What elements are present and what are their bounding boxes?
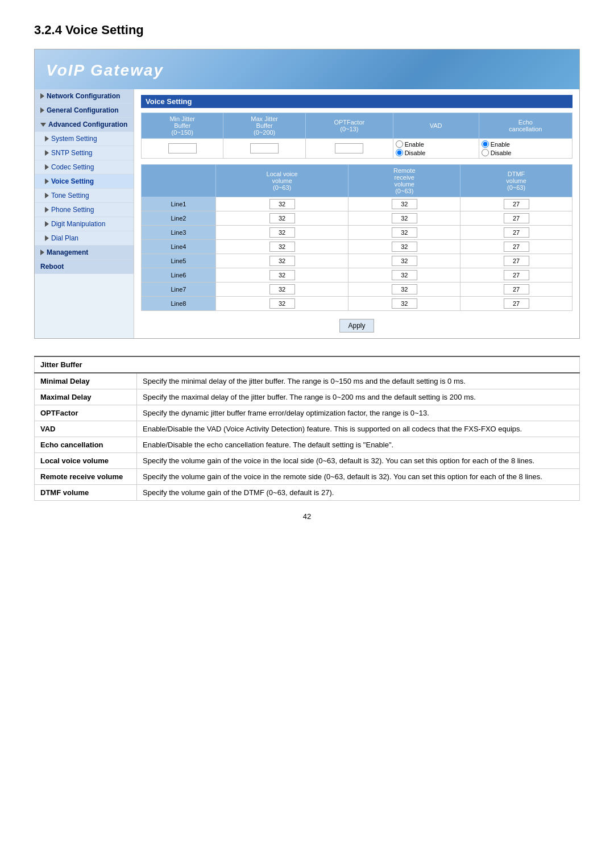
list-item: VAD Enable/Disable the VAD (Voice Activi… xyxy=(35,421,580,437)
dtmf-volume-input[interactable] xyxy=(504,242,529,252)
sidebar: Network Configuration General Configurat… xyxy=(35,89,134,338)
remote-volume-cell xyxy=(349,211,460,226)
vad-enable-radio[interactable] xyxy=(396,140,403,148)
sidebar-item-sntp[interactable]: SNTP Setting xyxy=(35,146,134,160)
sidebar-item-label: Management xyxy=(47,248,88,256)
dtmf-volume-input[interactable] xyxy=(504,213,529,223)
remote-volume-cell xyxy=(349,254,460,268)
triangle-icon xyxy=(45,235,49,241)
echo-enable-text: Enable xyxy=(491,141,510,148)
max-jitter-input[interactable]: 200 xyxy=(250,143,279,153)
echo-enable-label[interactable]: Enable xyxy=(482,140,510,148)
remote-volume-cell xyxy=(349,226,460,240)
local-volume-input[interactable] xyxy=(269,256,295,266)
table-row: Line6 xyxy=(142,268,572,283)
echo-disable-label[interactable]: Disable xyxy=(482,149,512,156)
sidebar-item-tone[interactable]: Tone Setting xyxy=(35,189,134,203)
sidebar-item-label: Voice Setting xyxy=(51,177,94,185)
line-label: Line5 xyxy=(142,254,216,268)
sidebar-item-network[interactable]: Network Configuration xyxy=(35,89,134,103)
sidebar-item-label: Reboot xyxy=(40,263,64,271)
sidebar-item-management[interactable]: Management xyxy=(35,246,134,260)
table-row: Line5 xyxy=(142,254,572,268)
sidebar-item-system[interactable]: System Setting xyxy=(35,132,134,146)
desc-text: Specify the volume gain of the voice in … xyxy=(137,469,580,485)
local-volume-cell xyxy=(215,211,348,226)
line-col-header-remote: Remotereceivevolume(0~63) xyxy=(349,165,460,197)
table-row: Line7 xyxy=(142,283,572,297)
remote-volume-input[interactable] xyxy=(392,242,417,252)
remote-volume-input[interactable] xyxy=(392,256,417,266)
sidebar-item-voice[interactable]: Voice Setting xyxy=(35,175,134,189)
dtmf-volume-input[interactable] xyxy=(504,284,529,294)
remote-volume-input[interactable] xyxy=(392,199,417,209)
sidebar-item-advanced[interactable]: Advanced Configuration xyxy=(35,118,134,132)
echo-disable-text: Disable xyxy=(491,149,512,156)
vad-disable-label[interactable]: Disable xyxy=(396,149,426,156)
sidebar-item-reboot[interactable]: Reboot xyxy=(35,260,134,274)
sidebar-item-dialplan[interactable]: Dial Plan xyxy=(35,231,134,246)
sidebar-item-label: Advanced Configuration xyxy=(48,121,127,128)
dtmf-volume-input[interactable] xyxy=(504,227,529,238)
desc-label: Local voice volume xyxy=(35,453,137,469)
min-jitter-cell: 0 xyxy=(142,139,223,159)
triangle-icon xyxy=(45,221,49,227)
remote-volume-input[interactable] xyxy=(392,227,417,238)
sidebar-item-phone[interactable]: Phone Setting xyxy=(35,203,134,217)
triangle-icon xyxy=(45,136,49,142)
col-header-min-jitter: Min JitterBuffer(0~150) xyxy=(142,113,223,139)
triangle-icon xyxy=(45,150,49,156)
remote-volume-input[interactable] xyxy=(392,270,417,280)
vad-radio-group: Enable Disable xyxy=(396,140,476,156)
line-label: Line8 xyxy=(142,297,216,311)
remote-volume-cell xyxy=(349,240,460,254)
dtmf-volume-input[interactable] xyxy=(504,298,529,309)
sidebar-item-general[interactable]: General Configuration xyxy=(35,103,134,118)
min-jitter-input[interactable]: 0 xyxy=(168,143,197,153)
echo-cell: Enable Disable xyxy=(479,139,572,159)
desc-text: Specify the minimal delay of the jitter … xyxy=(137,373,580,389)
remote-volume-input[interactable] xyxy=(392,284,417,294)
desc-text: Enable/Disable the echo cancellation fea… xyxy=(137,437,580,453)
sidebar-item-label: Digit Manipulation xyxy=(51,220,105,228)
local-volume-input[interactable] xyxy=(269,199,295,209)
page-number: 42 xyxy=(34,512,580,521)
optfactor-input[interactable]: 7 xyxy=(335,143,363,153)
vad-enable-label[interactable]: Enable xyxy=(396,140,424,148)
echo-enable-radio[interactable] xyxy=(482,140,489,148)
echo-radio-group: Enable Disable xyxy=(482,140,570,156)
local-volume-input[interactable] xyxy=(269,270,295,280)
local-volume-cell xyxy=(215,226,348,240)
desc-label: Echo cancellation xyxy=(35,437,137,453)
sidebar-item-label: General Configuration xyxy=(47,106,119,114)
list-item: Maximal Delay Specify the maximal delay … xyxy=(35,389,580,405)
remote-volume-input[interactable] xyxy=(392,298,417,309)
dtmf-volume-input[interactable] xyxy=(504,199,529,209)
remote-volume-input[interactable] xyxy=(392,213,417,223)
local-volume-input[interactable] xyxy=(269,213,295,223)
sidebar-item-digit[interactable]: Digit Manipulation xyxy=(35,217,134,231)
sidebar-item-label: Dial Plan xyxy=(51,234,78,242)
local-volume-input[interactable] xyxy=(269,227,295,238)
arrow-right-icon xyxy=(40,93,44,99)
remote-volume-cell xyxy=(349,197,460,211)
local-volume-cell xyxy=(215,268,348,283)
banner-title: VoIP Gateway xyxy=(46,61,164,80)
echo-disable-radio[interactable] xyxy=(482,149,489,156)
local-volume-input[interactable] xyxy=(269,242,295,252)
dtmf-volume-input[interactable] xyxy=(504,256,529,266)
local-volume-input[interactable] xyxy=(269,298,295,309)
apply-button[interactable]: Apply xyxy=(339,319,374,333)
vad-disable-radio[interactable] xyxy=(396,149,403,156)
arrow-right-icon xyxy=(40,250,44,255)
sidebar-item-label: Phone Setting xyxy=(51,206,94,214)
dtmf-volume-cell xyxy=(460,254,572,268)
sidebar-item-codec[interactable]: Codec Setting xyxy=(35,160,134,175)
dtmf-volume-cell xyxy=(460,211,572,226)
sidebar-item-label: Codec Setting xyxy=(51,163,94,171)
local-volume-input[interactable] xyxy=(269,284,295,294)
dtmf-volume-input[interactable] xyxy=(504,270,529,280)
line-label: Line6 xyxy=(142,268,216,283)
vad-disable-text: Disable xyxy=(405,149,426,156)
desc-text: Specify the dynamic jitter buffer frame … xyxy=(137,405,580,421)
